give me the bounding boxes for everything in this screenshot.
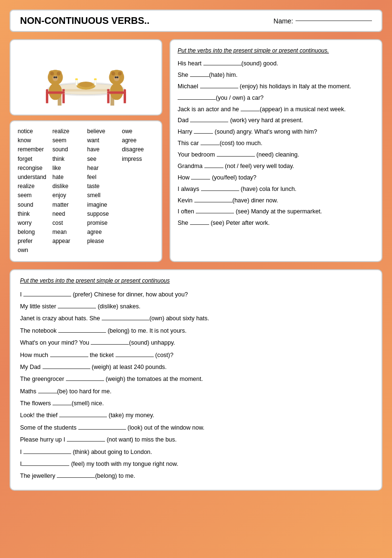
blank[interactable]	[59, 417, 107, 417]
svg-rect-33	[124, 89, 126, 101]
list-item: She (see) Peter after work.	[178, 218, 374, 229]
word: realize	[53, 127, 85, 136]
blank[interactable]	[67, 441, 105, 442]
blank[interactable]	[190, 122, 228, 122]
word: suppose	[87, 210, 120, 219]
blank[interactable]	[91, 344, 129, 345]
right-panel: Put the verbs into the present simple or…	[170, 39, 382, 262]
list-item: Look! the thief (take) my money.	[20, 410, 372, 421]
word: agree	[122, 136, 154, 145]
svg-rect-18	[63, 94, 65, 104]
blank[interactable]	[203, 65, 242, 65]
list-item: I always (have) cola for lunch.	[178, 184, 374, 195]
word: please	[87, 237, 120, 246]
word: need	[53, 210, 85, 219]
list-item: How much the ticket (cost)?	[20, 349, 372, 361]
svg-point-28	[117, 76, 118, 78]
blank[interactable]	[23, 453, 71, 454]
svg-point-11	[57, 72, 61, 75]
blank[interactable]	[194, 202, 233, 202]
blank[interactable]	[57, 477, 95, 478]
word: hate	[53, 173, 85, 182]
list-item: The flowers (smell) nice.	[20, 398, 372, 409]
blank[interactable]	[53, 405, 72, 405]
list-item: This car (cost) too much.	[178, 138, 374, 149]
blank[interactable]	[116, 357, 154, 357]
blank[interactable]	[190, 224, 209, 225]
word: believe	[87, 127, 120, 136]
name-field: Name:	[274, 17, 372, 25]
blank[interactable]	[196, 213, 234, 213]
blank[interactable]	[38, 393, 57, 393]
name-label: Name:	[274, 17, 293, 25]
list-item: My Dad (weigh) at least 240 pounds.	[20, 361, 372, 373]
blank[interactable]	[241, 111, 260, 111]
word: smell	[87, 191, 120, 200]
svg-point-27	[115, 76, 117, 78]
word: think	[53, 155, 85, 164]
words-grid: notice know remember forget recongise un…	[18, 127, 154, 255]
word: taste	[87, 182, 120, 191]
blank[interactable]	[200, 88, 238, 88]
word: mean	[53, 228, 85, 237]
blank[interactable]	[58, 332, 106, 333]
word: imagine	[87, 200, 120, 210]
svg-rect-20	[63, 89, 65, 92]
list-item: Grandma (not / feel) very well today.	[178, 161, 374, 172]
top-section: notice know remember forget recongise un…	[10, 39, 382, 262]
word: forget	[18, 155, 50, 164]
list-item: How (you/feel) today?	[178, 173, 374, 183]
blank[interactable]	[78, 429, 126, 430]
word: seem	[18, 191, 50, 200]
list-item: Janet is crazy about hats. She (own) abo…	[20, 313, 372, 324]
word: worry	[18, 219, 50, 228]
blank[interactable]	[194, 133, 213, 134]
list-item: The notebook (belong) to me. It is not y…	[20, 325, 372, 337]
list-item: What's on your mind? You (sound) unhappy…	[20, 337, 372, 348]
svg-rect-31	[107, 94, 109, 104]
svg-point-38	[94, 78, 97, 80]
blank[interactable]	[42, 368, 90, 369]
blank[interactable]	[23, 296, 71, 296]
blank[interactable]	[191, 179, 210, 179]
word: notice	[18, 127, 50, 136]
blank[interactable]	[50, 357, 88, 357]
svg-rect-30	[107, 92, 126, 94]
word: matter	[53, 200, 85, 210]
blank[interactable]	[201, 190, 239, 191]
blank[interactable]	[58, 308, 96, 308]
word: dislike	[53, 182, 85, 191]
exercise1-instruction: Put the verbs into the present simple or…	[178, 47, 374, 54]
image-box	[10, 39, 162, 116]
blank[interactable]	[190, 76, 209, 77]
svg-rect-34	[107, 89, 109, 92]
list-item: I often (see) Mandy at the supermarket.	[178, 207, 374, 217]
list-item: (you / own) a car?	[178, 93, 374, 104]
blank[interactable]	[66, 380, 104, 381]
svg-point-14	[55, 76, 57, 78]
svg-rect-19	[46, 89, 48, 101]
blank[interactable]	[201, 145, 220, 145]
blank[interactable]	[21, 465, 69, 466]
blank[interactable]	[204, 168, 223, 168]
list-item: My little sister (dislike) snakes.	[20, 301, 372, 312]
svg-rect-16	[46, 92, 64, 94]
word: like	[53, 164, 85, 173]
blank[interactable]	[178, 99, 216, 100]
word: sound	[53, 145, 85, 154]
blank[interactable]	[217, 156, 255, 157]
word: agree	[87, 228, 120, 237]
word: enjoy	[53, 191, 85, 200]
left-panel: notice know remember forget recongise un…	[10, 39, 162, 262]
blank[interactable]	[102, 320, 149, 320]
exercise2-instruction: Put the verbs into the present simple or…	[20, 277, 372, 284]
list-item: Kevin (have) diner now.	[178, 196, 374, 206]
exercise1-list: His heart (sound) good. She (hate) him. …	[178, 59, 374, 229]
words-box: notice know remember forget recongise un…	[10, 120, 162, 262]
svg-point-26	[114, 75, 119, 81]
word: hear	[87, 164, 120, 173]
word: impress	[122, 155, 154, 164]
svg-point-12	[53, 75, 58, 81]
list-item: I (think) about going to London.	[20, 446, 372, 458]
svg-point-6	[79, 82, 93, 87]
